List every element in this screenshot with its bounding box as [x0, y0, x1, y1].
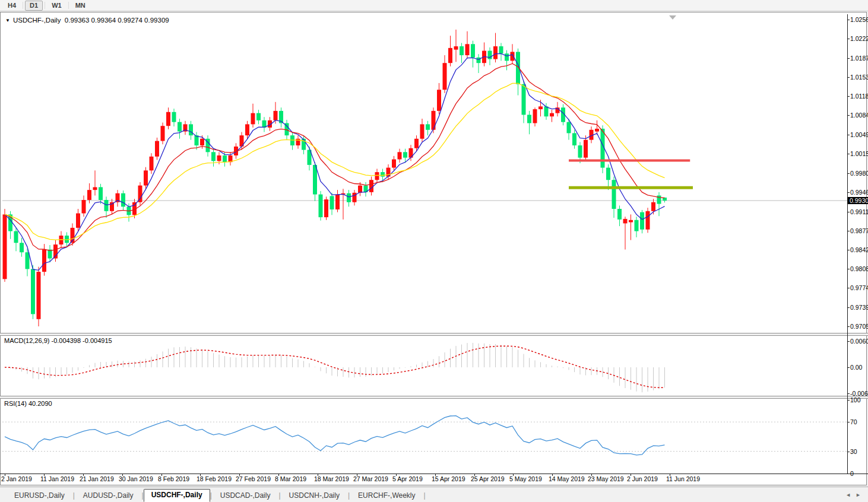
- timeframe-button-mn[interactable]: MN: [71, 1, 90, 11]
- date-axis-label: 11 Jan 2019: [40, 475, 74, 482]
- price-axis-label: 1.00840: [850, 112, 868, 119]
- rsi-axis-label: 100: [850, 396, 861, 403]
- chart-tab-eurchf-weekly[interactable]: EURCHF-,Weekly: [350, 490, 423, 502]
- date-axis-label: 30 Jan 2019: [119, 475, 153, 482]
- application-window: H4D1W1MN ▼USDCHF-,Daily 0.99363 0.99364 …: [0, 0, 868, 502]
- price-axis-label: 1.01530: [850, 74, 868, 81]
- price-axis-label-tick: [847, 173, 850, 174]
- chart-title: ▼USDCHF-,Daily 0.99363 0.99364 0.99274 0…: [5, 17, 169, 24]
- price-axis-label: 0.98420: [850, 246, 868, 253]
- chart-tab-eurusd-daily[interactable]: EURUSD-,Daily: [6, 490, 73, 502]
- date-axis-label: 23 May 2019: [588, 475, 624, 482]
- price-chart-canvas[interactable]: [0, 14, 868, 333]
- price-axis-label: 1.01180: [850, 93, 868, 100]
- price-axis-label: 0.97390: [850, 304, 868, 311]
- macd-label: MACD(12,26,9) -0.004398 -0.004915: [4, 337, 112, 344]
- rsi-axis-label-tick: [847, 422, 850, 422]
- macd-canvas[interactable]: [0, 336, 868, 396]
- price-axis-label: 1.00490: [850, 131, 868, 138]
- rsi-axis-label: 0: [850, 470, 854, 477]
- price-axis-label-tick: [847, 135, 850, 135]
- price-axis-border: [847, 14, 848, 474]
- price-axis-label: 1.00150: [850, 150, 868, 157]
- chart-tab-audusd-daily[interactable]: AUDUSD-,Daily: [75, 490, 142, 502]
- chart-tab-bar: EURUSD-,Daily|AUDUSD-,Daily|USDCHF-,Dail…: [0, 487, 868, 502]
- rsi-axis-label-tick: [847, 452, 850, 452]
- price-axis-label-tick: [847, 212, 850, 212]
- date-axis-label: 5 Apr 2019: [392, 475, 423, 482]
- price-axis-label-tick: [847, 288, 850, 288]
- date-axis-label: 18 Feb 2019: [197, 475, 232, 482]
- price-axis-label: 0.97050: [850, 323, 868, 330]
- price-axis-label-tick: [847, 231, 850, 231]
- rsi-canvas[interactable]: [0, 399, 868, 474]
- timeframe-button-h4[interactable]: H4: [3, 1, 21, 11]
- date-axis-label: 2 Jan 2019: [1, 475, 32, 482]
- date-axis-label: 11 Jun 2019: [666, 475, 700, 482]
- price-axis-label-tick: [847, 96, 850, 97]
- price-axis-label: 0.98770: [850, 227, 868, 234]
- date-axis-label: 21 Jan 2019: [80, 475, 114, 482]
- date-axis-label: 18 Mar 2019: [314, 475, 349, 482]
- date-axis-label: 25 Apr 2019: [471, 475, 505, 482]
- price-axis-label-tick: [847, 307, 850, 308]
- price-axis-label: 1.02560: [850, 16, 868, 23]
- date-axis-label: 8 Feb 2019: [158, 475, 189, 482]
- date-axis-label: 14 May 2019: [549, 475, 585, 482]
- price-axis-label-tick: [847, 154, 850, 154]
- collapse-arrow-icon[interactable]: ▼: [5, 18, 10, 23]
- toolbar-separator: [68, 2, 69, 9]
- chart-tab-usdchf-daily[interactable]: USDCHF-,Daily: [144, 489, 210, 502]
- chart-tab-usdcad-daily[interactable]: USDCAD-,Daily: [212, 490, 279, 502]
- rsi-axis-label: 30: [850, 448, 857, 455]
- date-axis-label: 15 Apr 2019: [432, 475, 465, 482]
- tab-scroll-left-icon[interactable]: ◄: [845, 492, 856, 498]
- macd-axis-label: 0.006058: [850, 338, 868, 345]
- tab-scroll-arrows[interactable]: ◄►: [845, 492, 866, 498]
- rsi-label: RSI(14) 40.2090: [4, 400, 52, 407]
- rsi-axis-label-tick: [847, 474, 850, 474]
- current-price-tag: 0.99309: [848, 197, 868, 204]
- date-axis-label: 5 May 2019: [509, 475, 542, 482]
- tab-divider: |: [424, 491, 426, 502]
- date-axis-label: 2 Jun 2019: [627, 475, 658, 482]
- rsi-axis-label-tick: [847, 400, 850, 401]
- chart-tab-usdcnh-daily[interactable]: USDCNH-,Daily: [281, 490, 348, 502]
- macd-axis-label-tick: [847, 393, 850, 394]
- macd-axis-label-tick: [847, 367, 850, 368]
- macd-axis-label: 0.00: [850, 364, 862, 371]
- price-axis-label: 0.97740: [850, 284, 868, 291]
- date-axis-label: 8 Mar 2019: [275, 475, 306, 482]
- price-axis-label-tick: [847, 326, 850, 327]
- price-axis-label-tick: [847, 58, 850, 59]
- price-axis-label: 1.01870: [850, 55, 868, 62]
- price-axis-label-tick: [847, 250, 850, 250]
- toolbar-separator: [23, 2, 23, 9]
- price-axis-label-tick: [847, 192, 850, 193]
- timeframe-button-w1[interactable]: W1: [47, 1, 66, 11]
- timeframe-toolbar: H4D1W1MN: [0, 0, 868, 11]
- price-axis-label-tick: [847, 39, 850, 39]
- rsi-axis-label: 70: [850, 418, 857, 425]
- date-axis-border: [0, 474, 868, 474]
- price-axis-label: 1.02220: [850, 35, 868, 42]
- date-axis-label: 27 Mar 2019: [353, 475, 388, 482]
- price-axis-label: 0.99460: [850, 189, 868, 196]
- macd-axis-label-tick: [847, 341, 850, 342]
- timeframe-button-d1[interactable]: D1: [25, 1, 43, 11]
- tab-scroll-right-icon[interactable]: ►: [856, 492, 866, 498]
- toolbar-separator: [45, 2, 45, 9]
- date-axis-label: 27 Feb 2019: [236, 475, 271, 482]
- price-axis-label: 0.99110: [850, 208, 868, 215]
- price-axis-label-tick: [847, 77, 850, 78]
- price-axis-label-tick: [847, 20, 850, 20]
- price-axis-label: 0.99800: [850, 170, 868, 177]
- price-axis-label-tick: [847, 115, 850, 116]
- chart-shift-marker-icon[interactable]: [669, 15, 676, 20]
- price-axis-label-tick: [847, 269, 850, 269]
- price-axis-label: 0.98080: [850, 265, 868, 272]
- chart-title-text: USDCHF-,Daily 0.99363 0.99364 0.99274 0.…: [13, 17, 169, 24]
